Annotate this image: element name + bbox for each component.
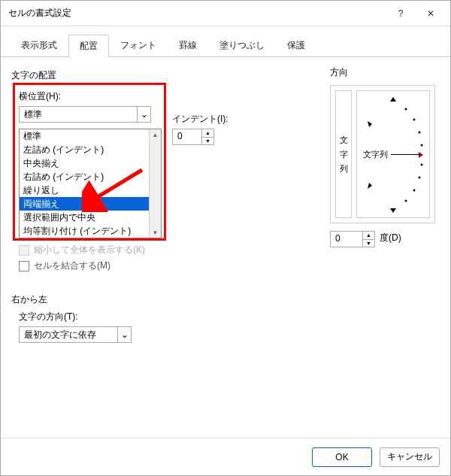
- ok-button[interactable]: OK: [312, 447, 372, 467]
- svg-point-11: [413, 189, 416, 192]
- dropdown-scrollbar[interactable]: ▲ ▼: [149, 129, 161, 238]
- close-icon: ✕: [427, 8, 434, 19]
- shrink-to-fit-checkbox: 縮小して全体を表示する(K): [19, 244, 145, 256]
- text-direction-value: 最初の文字に依存: [20, 327, 117, 342]
- degree-row: 0 ▲ ▼ 度(D): [330, 228, 435, 247]
- degree-spinner[interactable]: 0 ▲ ▼: [330, 231, 375, 247]
- dropdown-option-selected[interactable]: 両端揃え: [20, 197, 149, 211]
- indent-value[interactable]: 0: [173, 129, 201, 144]
- orientation-group-label: 方向: [330, 66, 435, 79]
- help-button[interactable]: ?: [386, 2, 416, 25]
- vertical-text-button[interactable]: 文 字 列: [335, 90, 352, 218]
- svg-marker-3: [368, 183, 372, 189]
- orientation-box: 文 字 列: [330, 85, 435, 223]
- cancel-button[interactable]: キャンセル: [380, 447, 440, 467]
- tab-border[interactable]: 罫線: [168, 34, 208, 56]
- tab-font[interactable]: フォント: [109, 34, 168, 56]
- direction-label: 文字の方向(T):: [19, 311, 132, 323]
- svg-point-10: [419, 177, 421, 179]
- scroll-up-icon[interactable]: ▲: [150, 129, 161, 140]
- tab-strip: 表示形式 配置 フォント 罫線 塗りつぶし 保護: [1, 26, 450, 57]
- degree-label: 度(D): [380, 232, 401, 244]
- indent-label: インデント(I):: [172, 113, 229, 126]
- svg-point-8: [421, 144, 423, 147]
- svg-point-6: [413, 119, 416, 121]
- tab-fill[interactable]: 塗りつぶし: [208, 34, 276, 56]
- rtl-group-label: 右から左: [11, 293, 132, 306]
- triangle-up-icon: ▲: [366, 232, 371, 238]
- dropdown-option[interactable]: 右詰め (インデント): [20, 170, 149, 183]
- dial-text-label: 文字列: [363, 149, 388, 160]
- text-direction-combo[interactable]: 最初の文字に依存 ⌄: [19, 326, 132, 343]
- horizontal-dropdown-list[interactable]: 標準 左詰め (インデント) 中央揃え 右詰め (インデント) 繰り返し 両端揃…: [19, 129, 162, 238]
- scroll-down-icon[interactable]: ▼: [150, 227, 161, 238]
- svg-point-9: [421, 164, 423, 166]
- svg-point-12: [405, 200, 407, 202]
- tab-number[interactable]: 表示形式: [10, 34, 68, 56]
- svg-point-5: [405, 108, 407, 111]
- orientation-group: 方向 文 字 列: [330, 66, 435, 247]
- dropdown-option[interactable]: 左詰め (インデント): [20, 143, 149, 156]
- horizontal-label: 横位置(H):: [19, 90, 151, 103]
- dropdown-option[interactable]: 中央揃え: [20, 156, 149, 170]
- chevron-down-icon: ⌄: [121, 329, 129, 340]
- svg-point-7: [419, 132, 421, 134]
- tab-alignment[interactable]: 配置: [68, 35, 109, 57]
- degree-up-button[interactable]: ▲: [363, 232, 374, 240]
- merge-cells-checkbox[interactable]: セルを結合する(M): [19, 259, 145, 272]
- svg-marker-0: [390, 97, 396, 102]
- dropdown-option[interactable]: 選択範囲内で中央: [20, 211, 149, 224]
- close-button[interactable]: ✕: [416, 2, 446, 25]
- checkbox-box: [19, 245, 29, 256]
- triangle-down-icon: ▼: [205, 138, 210, 144]
- format-cells-dialog: セルの書式設定 ? ✕ 表示形式 配置 フォント 罫線 塗りつぶし 保護 文字の…: [0, 0, 451, 476]
- dialog-footer: OK キャンセル: [1, 438, 450, 475]
- horizontal-combo-dropdown-button[interactable]: ⌄: [137, 107, 150, 122]
- shrink-label: 縮小して全体を表示する(K): [34, 244, 145, 256]
- svg-marker-4: [419, 152, 423, 158]
- text-control-checks: 縮小して全体を表示する(K) セルを結合する(M): [19, 244, 145, 275]
- indent-spinner[interactable]: 0 ▲ ▼: [172, 129, 214, 145]
- window-title: セルの書式設定: [8, 7, 386, 20]
- indent-area: インデント(I): 0 ▲ ▼: [172, 113, 229, 145]
- dropdown-option[interactable]: 標準: [20, 129, 149, 143]
- orientation-dial[interactable]: 文字列: [356, 90, 430, 218]
- dropdown-option[interactable]: 繰り返し: [20, 183, 149, 197]
- text-direction-dropdown-button[interactable]: ⌄: [117, 327, 131, 342]
- degree-down-button[interactable]: ▼: [363, 240, 374, 247]
- dialog-body: 文字の配置 横位置(H): 標準 ⌄ 標準 左詰め (インデント) 中央揃え 右…: [1, 57, 450, 438]
- triangle-down-icon: ▼: [366, 241, 371, 246]
- rtl-section: 右から左 文字の方向(T): 最初の文字に依存 ⌄: [11, 290, 132, 343]
- scroll-track[interactable]: [150, 140, 161, 227]
- svg-marker-1: [390, 208, 396, 213]
- titlebar: セルの書式設定 ? ✕: [1, 1, 450, 26]
- dial-line: [391, 154, 421, 155]
- degree-value[interactable]: 0: [331, 232, 362, 247]
- merge-label: セルを結合する(M): [34, 259, 110, 272]
- svg-marker-2: [368, 121, 372, 127]
- checkbox-box[interactable]: [19, 261, 29, 271]
- horizontal-combo[interactable]: 標準 ⌄: [19, 106, 151, 123]
- triangle-up-icon: ▲: [205, 130, 210, 135]
- tab-protection[interactable]: 保護: [276, 34, 316, 56]
- indent-down-button[interactable]: ▼: [202, 138, 213, 145]
- indent-up-button[interactable]: ▲: [202, 129, 213, 138]
- help-icon: ?: [398, 8, 404, 19]
- chevron-down-icon: ⌄: [141, 109, 148, 120]
- horizontal-combo-value: 標準: [20, 107, 137, 122]
- dropdown-option[interactable]: 均等割り付け (インデント): [20, 224, 149, 238]
